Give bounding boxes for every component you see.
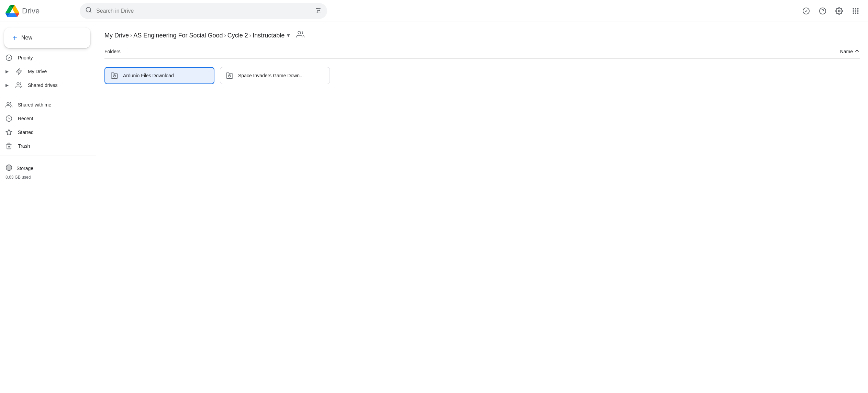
starred-icon bbox=[5, 129, 12, 136]
svg-rect-20 bbox=[857, 12, 859, 14]
folders-grid: Ardunio Files Download Space Invaders Ga… bbox=[104, 64, 860, 87]
sort-label: Name bbox=[840, 49, 853, 54]
svg-rect-19 bbox=[855, 12, 856, 14]
shared-drives-icon bbox=[15, 82, 22, 89]
search-options-icon[interactable] bbox=[315, 7, 322, 15]
folder-card-space-invaders[interactable]: Space Invaders Game Down... bbox=[220, 67, 330, 84]
sidebar-item-shared-drives[interactable]: ▶ Shared drives bbox=[0, 78, 90, 92]
breadcrumb-manage-people-icon[interactable] bbox=[296, 30, 304, 41]
svg-rect-17 bbox=[857, 10, 859, 12]
breadcrumb-sep-1: › bbox=[130, 32, 132, 38]
plus-icon: + bbox=[12, 34, 17, 42]
apps-icon[interactable] bbox=[849, 4, 863, 18]
svg-rect-16 bbox=[855, 10, 856, 12]
main-content: My Drive › AS Engineering For Social Goo… bbox=[96, 22, 868, 393]
search-icon bbox=[85, 7, 92, 15]
svg-rect-15 bbox=[853, 10, 854, 12]
storage-icon bbox=[5, 164, 12, 172]
recent-icon bbox=[5, 115, 12, 122]
breadcrumb-as-engineering[interactable]: AS Engineering For Social Good bbox=[133, 32, 223, 39]
sidebar-item-label-shared-drives: Shared drives bbox=[28, 82, 57, 88]
sidebar-item-trash[interactable]: Trash bbox=[0, 139, 90, 153]
svg-rect-18 bbox=[853, 12, 854, 14]
shared-with-me-icon bbox=[5, 101, 12, 108]
breadcrumb-current-item: Instructable ▼ bbox=[253, 32, 291, 39]
folder-card-arduinio[interactable]: Ardunio Files Download bbox=[104, 67, 214, 84]
svg-rect-13 bbox=[855, 8, 856, 9]
trash-icon bbox=[5, 143, 12, 149]
sort-arrow-icon bbox=[854, 49, 860, 54]
svg-rect-12 bbox=[853, 8, 854, 9]
sidebar-item-my-drive[interactable]: ▶ My Drive bbox=[0, 65, 90, 78]
shared-drives-arrow-icon: ▶ bbox=[5, 83, 9, 88]
sidebar-divider-1 bbox=[0, 95, 96, 95]
svg-point-24 bbox=[7, 102, 9, 105]
search-input[interactable] bbox=[96, 8, 311, 14]
svg-point-5 bbox=[316, 8, 318, 9]
header-actions bbox=[799, 4, 863, 18]
svg-rect-14 bbox=[857, 8, 859, 9]
sort-button[interactable]: Name bbox=[840, 49, 860, 54]
svg-point-6 bbox=[319, 10, 320, 11]
app-container: Drive bbox=[0, 0, 868, 393]
sidebar-divider-2 bbox=[0, 156, 96, 156]
shared-folder-icon-1 bbox=[111, 72, 119, 79]
sidebar: + New Priority ▶ My Drive bbox=[0, 22, 96, 393]
svg-marker-26 bbox=[6, 130, 12, 135]
main-area: + New Priority ▶ My Drive bbox=[0, 22, 868, 393]
svg-point-29 bbox=[298, 31, 301, 34]
sidebar-item-recent[interactable]: Recent bbox=[0, 112, 90, 125]
breadcrumb-cycle2[interactable]: Cycle 2 bbox=[227, 32, 248, 39]
folder-name-arduinio: Ardunio Files Download bbox=[123, 73, 174, 78]
new-button[interactable]: + New bbox=[4, 27, 90, 48]
storage-section: Storage 8.63 GB used bbox=[0, 159, 96, 185]
folders-section-label: Folders bbox=[104, 49, 121, 54]
shared-folder-icon-2 bbox=[226, 72, 234, 79]
svg-point-11 bbox=[838, 10, 840, 12]
sidebar-item-priority[interactable]: Priority bbox=[0, 51, 90, 65]
sidebar-item-shared-with-me[interactable]: Shared with me bbox=[0, 98, 90, 112]
breadcrumb: My Drive › AS Engineering For Social Goo… bbox=[104, 22, 860, 46]
breadcrumb-dropdown-icon[interactable]: ▼ bbox=[286, 33, 291, 38]
drive-logo-icon bbox=[5, 5, 19, 17]
breadcrumb-current-label[interactable]: Instructable bbox=[253, 32, 285, 39]
svg-point-7 bbox=[317, 11, 318, 12]
sidebar-item-label-shared-with-me: Shared with me bbox=[18, 102, 51, 108]
svg-marker-22 bbox=[16, 69, 22, 75]
sidebar-item-label-starred: Starred bbox=[18, 130, 34, 135]
storage-label-container: Storage bbox=[5, 164, 90, 172]
svg-point-0 bbox=[86, 8, 91, 12]
help-icon[interactable] bbox=[816, 4, 830, 18]
header: Drive bbox=[0, 0, 868, 22]
breadcrumb-my-drive[interactable]: My Drive bbox=[104, 32, 129, 39]
my-drive-arrow-icon: ▶ bbox=[5, 69, 9, 74]
logo[interactable]: Drive bbox=[5, 5, 74, 17]
breadcrumb-sep-2: › bbox=[224, 32, 226, 38]
breadcrumb-sep-3: › bbox=[249, 32, 251, 38]
app-name: Drive bbox=[22, 7, 40, 15]
section-header: Folders Name bbox=[104, 46, 860, 59]
search-bar bbox=[80, 3, 327, 19]
my-drive-icon bbox=[15, 68, 22, 75]
sidebar-item-label-priority: Priority bbox=[18, 55, 33, 60]
folder-name-space-invaders: Space Invaders Game Down... bbox=[238, 73, 304, 78]
checked-circle-icon[interactable] bbox=[799, 4, 813, 18]
new-button-label: New bbox=[21, 35, 32, 41]
storage-used-text: 8.63 GB used bbox=[5, 175, 90, 180]
sidebar-item-label-recent: Recent bbox=[18, 116, 33, 121]
priority-icon bbox=[5, 54, 12, 61]
sidebar-item-label-my-drive: My Drive bbox=[28, 69, 47, 74]
svg-point-23 bbox=[17, 83, 19, 85]
settings-icon[interactable] bbox=[832, 4, 846, 18]
sidebar-item-label-trash: Trash bbox=[18, 143, 30, 149]
storage-label-text: Storage bbox=[16, 166, 33, 171]
svg-line-1 bbox=[90, 11, 91, 13]
sidebar-item-starred[interactable]: Starred bbox=[0, 125, 90, 139]
